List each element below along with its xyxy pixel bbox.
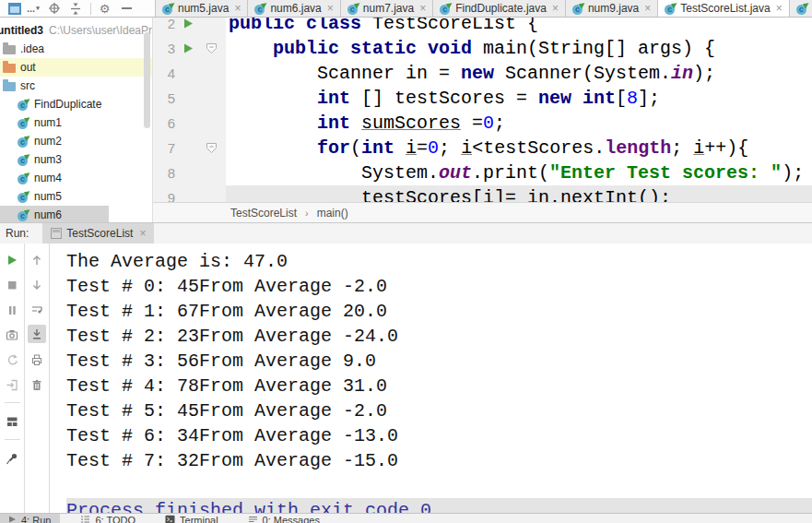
clear-trash-icon[interactable] <box>25 372 50 397</box>
editor-tab-partial[interactable]: c <box>790 0 812 17</box>
code-line-8[interactable]: 8 System.out.print("Enter Test scores: "… <box>153 160 812 185</box>
tab-close-icon[interactable]: × <box>552 2 559 15</box>
statusbar-item-terminal[interactable]: Terminal <box>158 514 228 523</box>
run-content-tab[interactable]: TestScoreList × <box>42 223 154 244</box>
stop-button[interactable] <box>0 272 25 297</box>
code-line-6[interactable]: 6 int sumScores =0; <box>153 111 812 136</box>
up-stack-icon[interactable] <box>25 247 50 272</box>
editor-tabs: cnum5.java×cnum6.java×cnum7.java×cFindDu… <box>155 0 812 17</box>
console-toolbar <box>25 244 50 513</box>
toolbar-divider <box>5 439 20 440</box>
tree-item-num5[interactable]: cnum5 <box>0 187 152 206</box>
more-options-icon[interactable]: ...▾ <box>27 1 40 16</box>
editor-tab-num9.java[interactable]: cnum9.java× <box>566 0 658 17</box>
project-scrollbar[interactable] <box>144 32 150 128</box>
run-tab-label: TestScoreList <box>66 227 133 240</box>
runnable-arrow-icon <box>24 188 31 196</box>
statusbar-item-todo[interactable]: 6: TODO <box>73 514 145 523</box>
project-tree-items: .ideaoutsrccFindDuplicatecnum1cnum2cnum3… <box>0 40 152 222</box>
gutter: 6 <box>153 111 226 136</box>
tree-item-label: num4 <box>34 172 62 184</box>
tab-close-icon[interactable]: × <box>644 2 651 15</box>
print-icon[interactable] <box>25 347 50 372</box>
code-lines: 2public class TestScoreList {3 public st… <box>153 18 812 202</box>
project-root-row[interactable]: untitled3C:\Users\user\IdeaPr <box>0 21 152 40</box>
console-blank-line <box>66 473 812 498</box>
scroll-to-end-icon[interactable] <box>28 325 46 343</box>
code-line-9[interactable]: 9 testScores[i]= in.nextInt(); <box>153 185 812 202</box>
statusbar-item-run[interactable]: 4: Run <box>0 514 60 523</box>
tab-close-icon[interactable]: × <box>419 2 426 15</box>
class-icon: c <box>18 172 29 184</box>
tab-close-icon[interactable]: × <box>139 227 146 240</box>
tree-item-num4[interactable]: cnum4 <box>0 169 152 187</box>
breadcrumb-class[interactable]: TestScoreList <box>230 207 297 220</box>
restart-icon[interactable] <box>0 347 25 372</box>
console-output[interactable]: The Average is: 47.0Test # 0: 45From Ave… <box>50 244 812 513</box>
tree-item-out[interactable]: out <box>0 58 152 77</box>
exit-icon[interactable] <box>0 372 25 397</box>
down-stack-icon[interactable] <box>25 272 50 297</box>
console-line: The Average is: 47.0 <box>66 249 812 274</box>
run-panel-body: The Average is: 47.0Test # 0: 45From Ave… <box>0 244 812 513</box>
fold-marker-icon[interactable] <box>201 142 221 154</box>
line-number: 9 <box>153 190 175 202</box>
code-line-2[interactable]: 2public class TestScoreList { <box>153 18 812 36</box>
editor-tab-TestScoreList.java[interactable]: cTestScoreList.java× <box>658 0 789 17</box>
code-text: testScores[i]= in.nextInt(); <box>226 185 812 202</box>
editor-tab-num7.java[interactable]: cnum7.java× <box>341 0 433 17</box>
layout-icon[interactable] <box>0 409 25 434</box>
code-line-5[interactable]: 5 int [] testScores = new int[8]; <box>153 86 812 111</box>
statusbar-item-messages[interactable]: 0: Messages <box>241 514 329 523</box>
pin-icon[interactable] <box>0 446 25 470</box>
messages-icon <box>248 515 258 523</box>
tab-label: num9.java <box>588 2 639 15</box>
gutter: 4 <box>153 61 226 86</box>
soft-wrap-icon[interactable] <box>25 297 50 322</box>
tool-window-icon[interactable] <box>8 3 21 15</box>
editor-tab-FindDuplicate.java[interactable]: cFindDuplicate.java× <box>433 0 566 17</box>
tree-item-.idea[interactable]: .idea <box>0 40 152 58</box>
tree-item-num6[interactable]: cnum6 <box>0 206 109 222</box>
console-line: Test # 2: 23From Average -24.0 <box>66 324 812 349</box>
code-text: int [] testScores = new int[8]; <box>226 86 660 111</box>
editor-tab-num6.java[interactable]: cnum6.java× <box>248 0 340 17</box>
editor-tab-num5.java[interactable]: cnum5.java× <box>156 0 248 17</box>
pause-button[interactable] <box>0 297 25 322</box>
tree-item-FindDuplicate[interactable]: cFindDuplicate <box>0 95 152 113</box>
tab-close-icon[interactable]: × <box>776 2 783 15</box>
tree-item-src[interactable]: src <box>0 77 152 95</box>
gutter: 2 <box>153 18 226 36</box>
collapse-all-icon[interactable] <box>69 1 82 16</box>
tab-close-icon[interactable]: × <box>327 2 334 15</box>
class-icon: c <box>18 191 29 203</box>
tree-item-label: out <box>20 61 36 74</box>
toolbar: ...▾ ⚙ <box>0 0 155 17</box>
code-editor[interactable]: 2public class TestScoreList {3 public st… <box>153 18 812 222</box>
tree-item-label: num1 <box>34 116 62 129</box>
class-icon: c <box>254 3 266 15</box>
tree-item-num2[interactable]: cnum2 <box>0 132 152 150</box>
tab-close-icon[interactable]: × <box>234 2 241 15</box>
rerun-button[interactable] <box>0 247 25 272</box>
fold-marker-icon[interactable] <box>201 42 221 54</box>
code-line-4[interactable]: 4 Scanner in = new Scanner(System.in); <box>153 61 812 86</box>
tree-item-num3[interactable]: cnum3 <box>0 150 152 169</box>
code-line-7[interactable]: 7 for(int i=0; i<testScores.length; i++)… <box>153 136 812 160</box>
tree-item-num1[interactable]: cnum1 <box>0 113 152 132</box>
locate-target-icon[interactable] <box>48 1 61 16</box>
console-line: Test # 0: 45From Average -2.0 <box>66 274 812 299</box>
tree-item-label: num6 <box>34 208 62 221</box>
toolbar-divider <box>90 3 91 15</box>
hide-panel-icon[interactable] <box>122 7 132 9</box>
run-line-icon[interactable] <box>175 42 201 54</box>
console-line: Test # 5: 45From Average -2.0 <box>66 398 812 423</box>
code-line-3[interactable]: 3 public static void main(String[] args)… <box>153 36 812 61</box>
breadcrumb-method[interactable]: main() <box>317 207 348 220</box>
run-line-icon[interactable] <box>175 18 201 30</box>
runnable-arrow-icon <box>671 0 678 7</box>
camera-snapshot-icon[interactable] <box>0 322 25 347</box>
tree-item-label: num3 <box>34 153 62 166</box>
gear-icon[interactable]: ⚙ <box>100 1 111 16</box>
code-text: for(int i=0; i<testScores.length; i++){ <box>226 136 748 160</box>
